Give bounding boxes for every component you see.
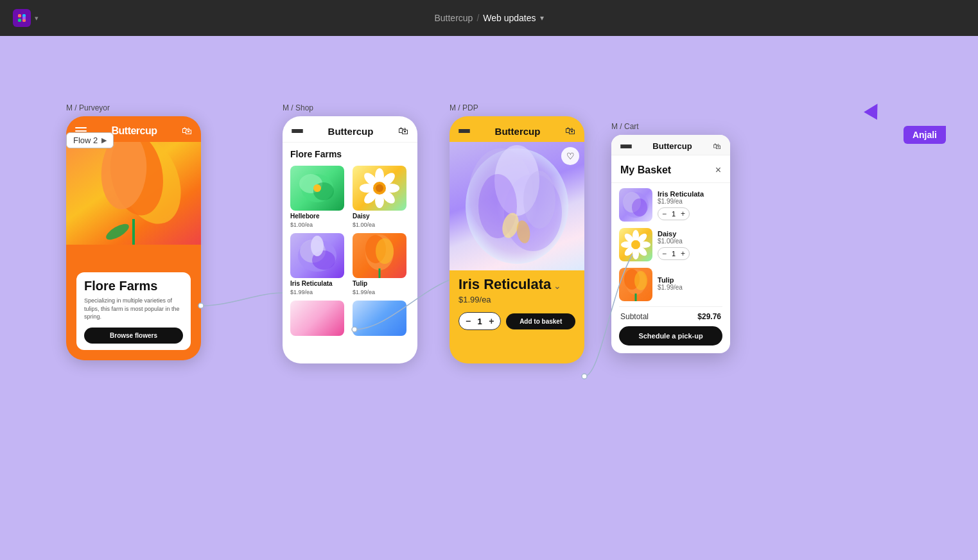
subtotal-value: $29.76 <box>697 312 721 321</box>
subtotal-label: Subtotal <box>620 312 649 321</box>
frame-group-pdp: M / PDP Buttercup 🛍 <box>450 103 584 363</box>
daisy-name: Daisy <box>353 213 410 220</box>
cart-daisy-qty-decrease[interactable]: − <box>662 249 667 258</box>
pdp-frame-label: M / PDP <box>450 103 478 112</box>
heart-button[interactable]: ♡ <box>561 147 579 165</box>
cart-tulip-image <box>619 268 652 301</box>
user-name: Anjali <box>913 130 937 140</box>
hellebore-image <box>290 166 344 211</box>
cart-hamburger-icon[interactable] <box>620 144 632 148</box>
svg-point-56 <box>631 240 640 249</box>
shop-bottom-row <box>290 301 410 336</box>
svg-point-4 <box>22 17 26 20</box>
hellebore-price: $1.00/ea <box>290 222 347 228</box>
cart-iris-qty-increase[interactable]: + <box>681 209 685 218</box>
project-name: Buttercup <box>434 13 473 23</box>
shop-frame[interactable]: Buttercup 🛍 Flore Farms <box>283 116 417 363</box>
breadcrumb-separator: / <box>476 13 479 23</box>
shop-item-daisy[interactable]: Daisy $1.00/ea <box>353 166 410 228</box>
shop-grid: Hellebore $1.00/ea <box>290 166 410 295</box>
shop-pink-flower <box>290 301 344 336</box>
pdp-chevron-icon: ⌄ <box>554 281 561 291</box>
pdp-actions: − 1 + Add to basket <box>458 312 575 330</box>
purveyor-description: Specializing in multiple varieties of tu… <box>84 297 183 321</box>
frame-group-cart: M / Cart Buttercup 🛍 My Basket × <box>611 122 730 353</box>
frame-group-shop: M / Shop Buttercup 🛍 Flore Farms <box>283 103 417 363</box>
shop-frame-label: M / Shop <box>283 103 313 112</box>
cart-item-iris: Iris Reticulata $1.99/ea − 1 + <box>619 188 722 222</box>
shop-logo: Buttercup <box>328 126 374 137</box>
cart-tulip-name: Tulip <box>658 276 722 284</box>
pdp-hamburger-icon[interactable] <box>458 129 470 133</box>
pdp-hero-image: ♡ <box>450 142 584 270</box>
cart-close-button[interactable]: × <box>715 164 721 176</box>
pdp-info: Iris Reticulata ⌄ $1.99/ea − 1 + Add to … <box>450 270 584 337</box>
cursor-arrow <box>864 100 884 119</box>
flow-label-text: Flow 2 <box>73 136 98 145</box>
add-to-basket-button[interactable]: Add to basket <box>506 313 575 329</box>
pdp-header: Buttercup 🛍 <box>450 116 584 142</box>
user-badge: Anjali <box>904 126 946 144</box>
purveyor-bag-icon[interactable]: 🛍 <box>182 125 192 137</box>
cart-daisy-image <box>619 228 652 261</box>
pdp-product-name: Iris Reticulata <box>458 277 551 292</box>
shop-item-tulip[interactable]: Tulip $1.99/ea <box>353 233 410 295</box>
cart-device-header: Buttercup 🛍 <box>611 135 730 155</box>
shop-hamburger-icon[interactable] <box>292 129 303 133</box>
pdp-qty-decrease[interactable]: − <box>466 316 471 326</box>
purveyor-content-card: Flore Farms Specializing in multiple var… <box>76 272 191 350</box>
cart-frame[interactable]: Buttercup 🛍 My Basket × <box>611 135 730 353</box>
pdp-qty-value: 1 <box>475 317 485 326</box>
cart-tulip-info: Tulip $1.99/ea <box>658 276 722 293</box>
iris-name: Iris Reticulata <box>290 280 347 287</box>
browse-flowers-button[interactable]: Browse flowers <box>84 328 183 344</box>
shop-content: Flore Farms <box>283 143 417 342</box>
cart-header: My Basket × <box>611 155 730 183</box>
purveyor-frame[interactable]: Buttercup 🛍 Flore Farms <box>66 116 201 360</box>
play-icon[interactable]: ▶ <box>101 136 107 144</box>
flow-label[interactable]: Flow 2 ▶ <box>66 132 114 148</box>
file-menu-chevron[interactable]: ▾ <box>540 13 544 22</box>
svg-rect-0 <box>18 14 21 17</box>
file-name: Web updates <box>483 13 536 23</box>
cart-device-bag-icon[interactable]: 🛍 <box>713 141 721 151</box>
daisy-price: $1.00/ea <box>353 222 410 228</box>
iris-price: $1.99/ea <box>290 289 347 295</box>
shop-bag-icon[interactable]: 🛍 <box>398 125 408 137</box>
svg-point-41 <box>523 171 555 229</box>
shop-title: Flore Farms <box>290 149 410 159</box>
cart-iris-qty: 1 <box>669 210 678 218</box>
schedule-pickup-button[interactable]: Schedule a pick-up <box>619 326 722 346</box>
purveyor-hero-image <box>66 142 201 245</box>
cart-iris-qty-control: − 1 + <box>658 207 690 220</box>
daisy-image <box>353 166 406 211</box>
cart-daisy-qty: 1 <box>669 250 678 258</box>
shop-item-hellebore[interactable]: Hellebore $1.00/ea <box>290 166 347 228</box>
pdp-price: $1.99/ea <box>458 295 575 304</box>
cart-iris-image <box>619 188 652 222</box>
purveyor-farm-name: Flore Farms <box>84 279 183 293</box>
shop-item-iris[interactable]: Iris Reticulata $1.99/ea <box>290 233 347 295</box>
svg-point-7 <box>582 374 587 379</box>
pdp-logo: Buttercup <box>495 126 541 137</box>
pdp-frame[interactable]: Buttercup 🛍 <box>450 116 584 363</box>
pdp-qty-increase[interactable]: + <box>489 316 494 326</box>
cart-daisy-qty-control: − 1 + <box>658 247 690 260</box>
figma-logo[interactable] <box>13 9 31 27</box>
cart-item-daisy: Daisy $1.00/ea − 1 + <box>619 228 722 261</box>
cart-iris-qty-decrease[interactable]: − <box>662 209 667 218</box>
app-menu-arrow[interactable]: ▾ <box>35 14 39 22</box>
cart-subtotal: Subtotal $29.76 <box>611 307 730 326</box>
cart-daisy-qty-increase[interactable]: + <box>681 249 685 258</box>
cart-frame-label: M / Cart <box>611 122 639 131</box>
shop-header: Buttercup 🛍 <box>283 116 417 143</box>
cart-daisy-price: $1.00/ea <box>658 238 722 245</box>
svg-point-59 <box>634 271 647 290</box>
purveyor-frame-label: M / Purveyor <box>66 103 110 112</box>
svg-point-31 <box>311 236 324 256</box>
shop-blue-flower <box>353 301 406 336</box>
cart-items: Iris Reticulata $1.99/ea − 1 + <box>611 183 730 306</box>
pdp-bag-icon[interactable]: 🛍 <box>565 125 575 137</box>
tulip-name: Tulip <box>353 280 410 287</box>
purveyor-logo: Buttercup <box>111 125 157 137</box>
